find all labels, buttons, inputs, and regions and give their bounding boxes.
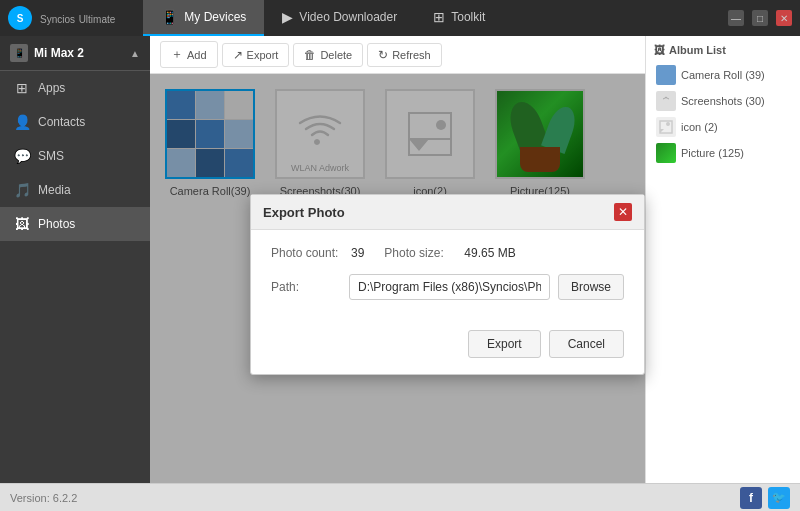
photo-count-value: 39 [351, 246, 364, 260]
nav-tabs: 📱 My Devices ▶ Video Downloader ⊞ Toolki… [143, 0, 503, 36]
sidebar-item-contacts[interactable]: 👤 Contacts [0, 105, 150, 139]
photo-count-label: Photo count: [271, 246, 341, 260]
add-button[interactable]: ＋ Add [160, 41, 218, 68]
export-photo-modal: Export Photo ✕ Photo count: 39 Photo siz… [250, 194, 645, 375]
modal-stats-row: Photo count: 39 Photo size: 49.65 MB [271, 246, 624, 260]
social-icons: f 🐦 [740, 487, 790, 509]
sidebar-item-apps[interactable]: ⊞ Apps [0, 71, 150, 105]
right-panel-picture[interactable]: Picture (125) [654, 140, 792, 166]
right-panel-icon[interactable]: icon (2) [654, 114, 792, 140]
right-panel-thumb-icon [656, 117, 676, 137]
main-layout: 📱 Mi Max 2 ▲ ⊞ Apps 👤 Contacts 💬 SMS 🎵 M… [0, 36, 800, 483]
window-maximize-button[interactable]: □ [752, 10, 768, 26]
delete-icon: 🗑 [304, 48, 316, 62]
device-icon: 📱 [10, 44, 28, 62]
export-icon: ↗ [233, 48, 243, 62]
window-controls: — □ ✕ [728, 10, 792, 26]
svg-point-5 [666, 122, 670, 126]
sidebar-item-photos[interactable]: 🖼 Photos [0, 207, 150, 241]
nav-tab-toolkit[interactable]: ⊞ Toolkit [415, 0, 503, 36]
photo-size-value: 49.65 MB [464, 246, 515, 260]
sidebar: 📱 Mi Max 2 ▲ ⊞ Apps 👤 Contacts 💬 SMS 🎵 M… [0, 36, 150, 483]
app-logo: S [8, 6, 32, 30]
my-devices-icon: 📱 [161, 9, 178, 25]
device-header: 📱 Mi Max 2 ▲ [0, 36, 150, 71]
modal-overlay: Export Photo ✕ Photo count: 39 Photo siz… [150, 74, 645, 483]
right-panel-thumb-picture [656, 143, 676, 163]
modal-export-button[interactable]: Export [468, 330, 541, 358]
nav-tab-my-devices[interactable]: 📱 My Devices [143, 0, 264, 36]
export-button[interactable]: ↗ Export [222, 43, 290, 67]
title-bar: S Syncios Ultimate 📱 My Devices ▶ Video … [0, 0, 800, 36]
modal-path-row: Path: Browse [271, 274, 624, 300]
browse-button[interactable]: Browse [558, 274, 624, 300]
modal-cancel-button[interactable]: Cancel [549, 330, 624, 358]
album-list-header: 🖼 Album List [654, 44, 792, 56]
modal-body: Photo count: 39 Photo size: 49.65 MB Pat… [251, 230, 644, 330]
sidebar-item-media[interactable]: 🎵 Media [0, 173, 150, 207]
device-sync-icon[interactable]: ▲ [130, 48, 140, 59]
sidebar-item-sms[interactable]: 💬 SMS [0, 139, 150, 173]
device-name: Mi Max 2 [34, 46, 124, 60]
refresh-button[interactable]: ↻ Refresh [367, 43, 442, 67]
window-close-button[interactable]: ✕ [776, 10, 792, 26]
modal-footer: Export Cancel [251, 330, 644, 374]
add-icon: ＋ [171, 46, 183, 63]
facebook-icon[interactable]: f [740, 487, 762, 509]
sms-icon: 💬 [14, 148, 30, 164]
apps-icon: ⊞ [14, 80, 30, 96]
photo-count-field: Photo count: 39 [271, 246, 364, 260]
modal-title: Export Photo [263, 205, 345, 220]
toolkit-icon: ⊞ [433, 9, 445, 25]
path-input[interactable] [349, 274, 550, 300]
path-label: Path: [271, 280, 341, 294]
modal-header: Export Photo ✕ [251, 195, 644, 230]
right-panel-camera-roll[interactable]: Camera Roll (39) [654, 62, 792, 88]
video-downloader-icon: ▶ [282, 9, 293, 25]
refresh-icon: ↻ [378, 48, 388, 62]
version-text: Version: 6.2.2 [10, 492, 77, 504]
toolbar: ＋ Add ↗ Export 🗑 Delete ↻ Refresh [150, 36, 645, 74]
nav-tab-video-downloader[interactable]: ▶ Video Downloader [264, 0, 415, 36]
right-panel-thumb-screenshots [656, 91, 676, 111]
modal-close-button[interactable]: ✕ [614, 203, 632, 221]
media-icon: 🎵 [14, 182, 30, 198]
contacts-icon: 👤 [14, 114, 30, 130]
photo-size-label: Photo size: [384, 246, 454, 260]
content-area: ＋ Add ↗ Export 🗑 Delete ↻ Refresh [150, 36, 645, 483]
status-bar: Version: 6.2.2 f 🐦 [0, 483, 800, 511]
photos-grid: Camera Roll(39) [150, 74, 645, 483]
delete-button[interactable]: 🗑 Delete [293, 43, 363, 67]
window-minimize-button[interactable]: — [728, 10, 744, 26]
twitter-icon[interactable]: 🐦 [768, 487, 790, 509]
right-panel-screenshots[interactable]: Screenshots (30) [654, 88, 792, 114]
right-panel: 🖼 Album List Camera Roll (39) Screenshot… [645, 36, 800, 483]
album-list-icon: 🖼 [654, 44, 665, 56]
app-name: Syncios Ultimate [40, 11, 115, 26]
photos-icon: 🖼 [14, 216, 30, 232]
photo-size-field: Photo size: 49.65 MB [384, 246, 515, 260]
right-panel-thumb-camera-roll [656, 65, 676, 85]
